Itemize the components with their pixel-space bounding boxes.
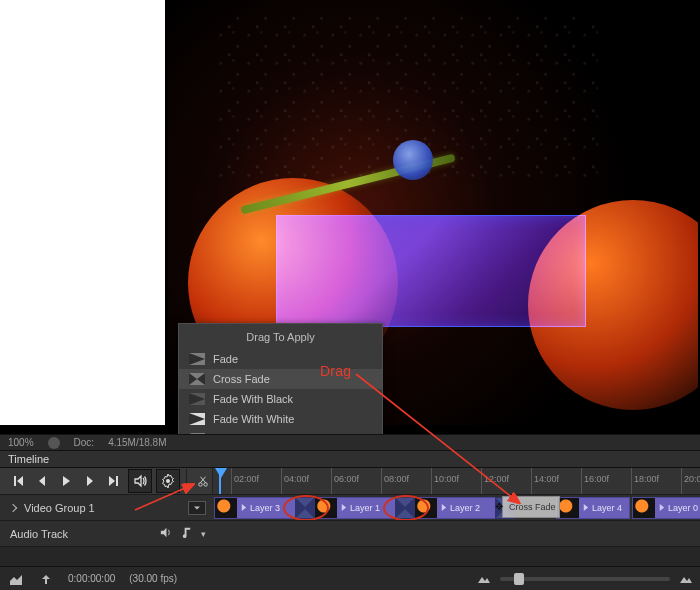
ruler-tick-label: 12:00f — [484, 474, 509, 484]
fade-white-icon — [189, 413, 205, 425]
transition-label: Cross Fade — [213, 373, 270, 385]
chevron-right-icon — [9, 503, 17, 511]
go-last-frame-button[interactable] — [102, 469, 126, 493]
ruler-tick-label: 10:00f — [434, 474, 459, 484]
cursor-icon: ✥ — [495, 501, 503, 512]
audio-track: Audio Track ▾ — [0, 520, 700, 546]
play-button[interactable] — [54, 469, 78, 493]
go-first-frame-button[interactable] — [6, 469, 30, 493]
timeline-panel-header: Timeline — [0, 450, 700, 468]
panel-title: Timeline — [8, 453, 49, 465]
transition-fade[interactable]: Fade — [179, 349, 382, 369]
playhead-icon[interactable] — [215, 468, 227, 478]
ruler-tick-label: 16:00f — [584, 474, 609, 484]
chevron-right-icon — [658, 503, 665, 513]
clip-name: Layer 1 — [350, 503, 383, 513]
chevron-right-icon — [240, 503, 247, 513]
annotation-circle — [383, 495, 429, 520]
time-ruler[interactable]: 02:00f04:00f06:00f08:00f10:00f12:00f14:0… — [212, 468, 700, 494]
audio-clip-area[interactable] — [212, 521, 700, 546]
annotation-circle — [283, 495, 329, 520]
svg-point-0 — [166, 479, 170, 483]
chevron-right-icon — [440, 503, 447, 513]
clip-area[interactable]: Layer 3Layer 1Layer 2Layer 4Layer 0✥Cros… — [212, 495, 700, 520]
timeline-footer: 0:00:00:00 (30.00 fps) — [0, 566, 700, 590]
clip-name: Layer 4 — [592, 503, 625, 513]
clip[interactable]: Layer 0 — [632, 497, 700, 519]
speaker-icon[interactable] — [159, 526, 172, 541]
transition-cross-fade[interactable]: Cross Fade — [179, 369, 382, 389]
track-name: Audio Track — [10, 528, 68, 540]
clip-thumbnail — [557, 498, 579, 518]
music-note-icon[interactable] — [180, 526, 193, 541]
add-media-button[interactable] — [188, 501, 206, 515]
decoration-droplet — [393, 140, 433, 180]
video-group-header[interactable]: Video Group 1 — [0, 495, 212, 520]
clip-name: Layer 3 — [250, 503, 283, 513]
track-name: Video Group 1 — [24, 502, 95, 514]
clip-name: Layer 0 — [668, 503, 700, 513]
document-canvas-margin — [0, 0, 165, 425]
docstat-prefix: Doc: — [74, 437, 95, 448]
fade-icon — [189, 353, 205, 365]
zoom-level[interactable]: 100% — [8, 437, 34, 448]
transition-label: Fade — [213, 353, 238, 365]
drag-ghost-cross-fade[interactable]: ✥Cross Fade — [502, 496, 560, 518]
svg-point-2 — [204, 483, 207, 486]
docstat-value: 4.15M/18.8M — [108, 437, 166, 448]
ruler-tick-label: 14:00f — [534, 474, 559, 484]
chevron-right-icon — [582, 503, 589, 513]
chevron-right-icon — [340, 503, 347, 513]
drag-ghost-label: Cross Fade — [509, 502, 556, 512]
status-swatch — [48, 437, 60, 449]
annotation-drag-text: Drag — [320, 363, 351, 379]
zoom-out-icon — [478, 574, 490, 583]
fade-black-icon — [189, 393, 205, 405]
slider-knob[interactable] — [514, 573, 524, 585]
document-status-bar: 100% Doc: 4.15M/18.8M — [0, 434, 700, 450]
next-frame-button[interactable] — [78, 469, 102, 493]
ruler-tick-label: 06:00f — [334, 474, 359, 484]
prev-frame-button[interactable] — [30, 469, 54, 493]
transition-label: Fade With White — [213, 413, 294, 425]
timeline-settings-button[interactable] — [156, 469, 180, 493]
audio-track-header[interactable]: Audio Track ▾ — [0, 521, 212, 546]
ruler-tick-label: 18:00f — [634, 474, 659, 484]
transition-label: Fade With Black — [213, 393, 293, 405]
chevron-down-icon: ▾ — [201, 529, 206, 539]
popup-title: Drag To Apply — [179, 324, 382, 349]
cross-fade-icon — [189, 373, 205, 385]
clip-name: Layer 2 — [450, 503, 483, 513]
timeline-zoom-slider[interactable] — [478, 574, 692, 583]
ruler-tick-label: 02:00f — [234, 474, 259, 484]
mute-audio-button[interactable] — [128, 469, 152, 493]
transition-fade-white[interactable]: Fade With White — [179, 409, 382, 429]
ruler-tick-label: 04:00f — [284, 474, 309, 484]
svg-point-1 — [199, 483, 202, 486]
ruler-tick-label: 08:00f — [384, 474, 409, 484]
export-button[interactable] — [38, 571, 54, 587]
playhead-line — [219, 468, 221, 494]
video-group-track: Video Group 1 Layer 3Layer 1Layer 2Layer… — [0, 494, 700, 520]
timecode[interactable]: 0:00:00:00 — [68, 573, 115, 584]
clip-thumbnail — [215, 498, 237, 518]
ruler-tick-label: 20:00f — [684, 474, 700, 484]
fps-label: (30.00 fps) — [129, 573, 177, 584]
slider-track[interactable] — [500, 577, 670, 581]
divider — [186, 469, 187, 493]
clip-frame-overlay — [276, 215, 586, 327]
zoom-in-icon — [680, 574, 692, 583]
clip[interactable]: Layer 4 — [556, 497, 630, 519]
clip-thumbnail — [633, 498, 655, 518]
render-button[interactable] — [8, 571, 24, 587]
transition-fade-black[interactable]: Fade With Black — [179, 389, 382, 409]
timeline-scrollbar[interactable] — [0, 546, 700, 566]
